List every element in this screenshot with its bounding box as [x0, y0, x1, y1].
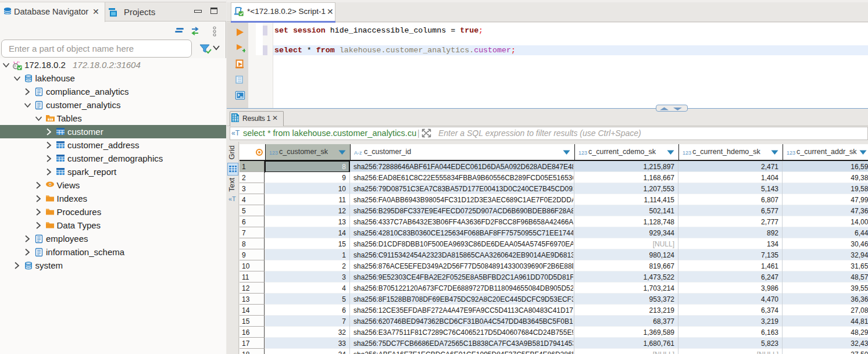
svg-text:«T: «T	[231, 129, 240, 137]
